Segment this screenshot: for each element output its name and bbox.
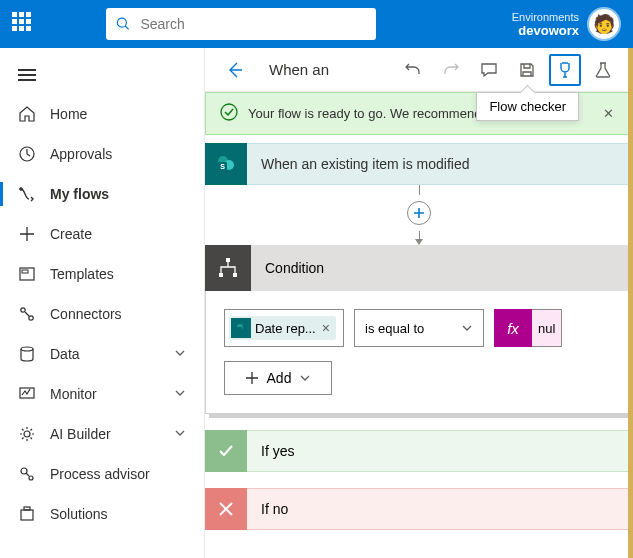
redo-button[interactable] bbox=[435, 54, 467, 86]
svg-line-1 bbox=[125, 26, 128, 29]
banner-text: Your flow is ready to go. We recommend y… bbox=[248, 106, 499, 121]
add-condition-button[interactable]: Add bbox=[224, 361, 332, 395]
sidebar-item-ai-builder[interactable]: AI Builder bbox=[0, 414, 204, 454]
if-yes-branch[interactable]: If yes bbox=[205, 430, 633, 472]
sidebar-item-label: Process advisor bbox=[50, 466, 150, 482]
sidebar-item-templates[interactable]: Templates bbox=[0, 254, 204, 294]
svg-rect-13 bbox=[24, 507, 30, 510]
sharepoint-icon bbox=[231, 318, 251, 338]
dynamic-content-pill: Date rep... × bbox=[229, 316, 336, 340]
condition-card: Condition Date rep... × is equal to bbox=[205, 245, 633, 414]
sidebar-item-label: Data bbox=[50, 346, 80, 362]
condition-value-right[interactable]: nul bbox=[532, 309, 562, 347]
data-icon bbox=[18, 345, 36, 363]
close-icon[interactable]: ✕ bbox=[599, 106, 618, 121]
fx-icon: fx bbox=[494, 309, 532, 347]
sidebar-item-connectors[interactable]: Connectors bbox=[0, 294, 204, 334]
home-icon bbox=[18, 105, 36, 123]
sidebar-item-process-advisor[interactable]: Process advisor bbox=[0, 454, 204, 494]
svg-rect-19 bbox=[226, 258, 230, 262]
avatar[interactable]: 🧑 bbox=[587, 7, 621, 41]
environment-label: Environments bbox=[512, 10, 579, 24]
sidebar-item-label: Connectors bbox=[50, 306, 122, 322]
sidebar-item-approvals[interactable]: Approvals bbox=[0, 134, 204, 174]
condition-value-left[interactable]: Date rep... × bbox=[224, 309, 344, 347]
search-input[interactable] bbox=[140, 16, 366, 32]
svg-rect-12 bbox=[21, 510, 33, 520]
svg-point-7 bbox=[21, 347, 33, 351]
remove-pill-icon[interactable]: × bbox=[320, 320, 332, 336]
condition-label: Condition bbox=[251, 245, 633, 291]
pill-label: Date rep... bbox=[255, 321, 316, 336]
sidebar-item-monitor[interactable]: Monitor bbox=[0, 374, 204, 414]
save-button[interactable] bbox=[511, 54, 543, 86]
svg-rect-20 bbox=[219, 273, 223, 277]
condition-icon bbox=[205, 245, 251, 291]
menu-toggle-icon[interactable] bbox=[0, 56, 204, 94]
trigger-label: When an existing item is modified bbox=[247, 143, 633, 185]
scrollbar-edge bbox=[628, 48, 633, 558]
chevron-down-icon bbox=[299, 372, 311, 384]
sidebar: Home Approvals My flows Create Templates… bbox=[0, 48, 205, 558]
svg-rect-4 bbox=[22, 270, 28, 273]
sidebar-item-create[interactable]: Create bbox=[0, 214, 204, 254]
svg-point-0 bbox=[117, 18, 126, 27]
check-circle-icon bbox=[220, 103, 238, 124]
sidebar-item-label: Solutions bbox=[50, 506, 108, 522]
sidebar-item-label: My flows bbox=[50, 186, 109, 202]
templates-icon bbox=[18, 265, 36, 283]
svg-point-9 bbox=[24, 431, 30, 437]
sidebar-item-data[interactable]: Data bbox=[0, 334, 204, 374]
add-label: Add bbox=[267, 370, 292, 386]
sidebar-item-label: Home bbox=[50, 106, 87, 122]
chevron-down-icon bbox=[174, 426, 186, 442]
undo-button[interactable] bbox=[397, 54, 429, 86]
svg-text:S: S bbox=[220, 163, 225, 170]
environment-picker[interactable]: Environments devoworx bbox=[512, 10, 587, 38]
condition-header[interactable]: Condition bbox=[205, 245, 633, 291]
comments-button[interactable] bbox=[473, 54, 505, 86]
back-button[interactable] bbox=[219, 54, 251, 86]
search-box[interactable] bbox=[106, 8, 376, 40]
sidebar-item-label: Approvals bbox=[50, 146, 112, 162]
operator-label: is equal to bbox=[365, 321, 424, 336]
svg-point-5 bbox=[21, 308, 25, 312]
svg-point-14 bbox=[221, 104, 237, 120]
app-launcher-icon[interactable] bbox=[12, 12, 36, 36]
operator-select[interactable]: is equal to bbox=[354, 309, 484, 347]
svg-point-11 bbox=[29, 476, 33, 480]
flow-title: When an bbox=[269, 61, 329, 78]
trigger-step[interactable]: S When an existing item is modified bbox=[205, 143, 633, 185]
test-button[interactable] bbox=[587, 54, 619, 86]
sidebar-item-home[interactable]: Home bbox=[0, 94, 204, 134]
if-no-label: If no bbox=[247, 488, 633, 530]
sharepoint-icon: S bbox=[205, 143, 247, 185]
solutions-icon bbox=[18, 505, 36, 523]
svg-rect-21 bbox=[233, 273, 237, 277]
if-no-branch[interactable]: If no bbox=[205, 488, 633, 530]
svg-rect-23 bbox=[237, 327, 242, 332]
ai-builder-icon bbox=[18, 425, 36, 443]
chevron-down-icon bbox=[174, 386, 186, 402]
add-step-button[interactable] bbox=[407, 201, 431, 225]
sidebar-item-label: Monitor bbox=[50, 386, 97, 402]
if-yes-label: If yes bbox=[247, 430, 633, 472]
monitor-icon bbox=[18, 385, 36, 403]
flow-checker-tooltip: Flow checker bbox=[476, 92, 579, 121]
chevron-down-icon bbox=[461, 322, 473, 334]
approvals-icon bbox=[18, 145, 36, 163]
x-icon bbox=[205, 488, 247, 530]
svg-point-6 bbox=[29, 316, 33, 320]
sidebar-item-solutions[interactable]: Solutions bbox=[0, 494, 204, 534]
sidebar-item-label: Create bbox=[50, 226, 92, 242]
sidebar-item-label: Templates bbox=[50, 266, 114, 282]
flow-checker-button[interactable] bbox=[549, 54, 581, 86]
connectors-icon bbox=[18, 305, 36, 323]
plus-icon bbox=[245, 371, 259, 385]
environment-name: devoworx bbox=[512, 24, 579, 38]
sidebar-item-my-flows[interactable]: My flows bbox=[0, 174, 204, 214]
search-icon bbox=[116, 16, 130, 32]
check-icon bbox=[205, 430, 247, 472]
chevron-down-icon bbox=[174, 346, 186, 362]
process-advisor-icon bbox=[18, 465, 36, 483]
